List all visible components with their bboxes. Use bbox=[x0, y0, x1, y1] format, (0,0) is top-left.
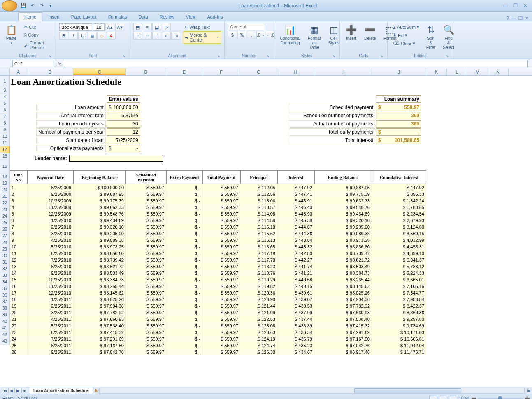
grow-font-button[interactable]: A▴ bbox=[105, 23, 114, 31]
schedule-row[interactable]: 310/25/2009$ 99,775.39$ 559.97$ -$ 559.9… bbox=[10, 197, 426, 204]
dec-decimal-button[interactable]: ←.0 bbox=[266, 31, 275, 39]
schedule-row[interactable]: 236/25/2011$ 97,415.32$ 559.97$ -$ 559.9… bbox=[10, 329, 426, 336]
schedule-row[interactable]: 1611/25/2010$ 98,265.44$ 559.97$ -$ 559.… bbox=[10, 283, 426, 290]
row-header-7[interactable]: 7 bbox=[0, 114, 10, 120]
clear-button[interactable]: ⌫ Clear ▾ bbox=[391, 39, 421, 47]
number-format-combo[interactable] bbox=[228, 23, 265, 30]
row-header-41[interactable]: 41 bbox=[0, 325, 10, 332]
row-header-33[interactable]: 33 bbox=[0, 272, 10, 279]
font-size-combo[interactable] bbox=[93, 23, 105, 31]
col-header-K[interactable]: K bbox=[426, 68, 447, 75]
row-header-20[interactable]: 20 bbox=[0, 187, 10, 193]
schedule-row[interactable]: 258/25/2011$ 97,167.50$ 559.97$ -$ 559.9… bbox=[10, 342, 426, 349]
tab-data[interactable]: Data bbox=[132, 13, 153, 21]
save-icon[interactable]: 💾 bbox=[20, 2, 27, 9]
input-value[interactable]: 12 bbox=[107, 128, 140, 136]
font-name-combo[interactable] bbox=[59, 23, 92, 31]
currency-button[interactable]: $ bbox=[228, 31, 237, 39]
col-header-I[interactable]: I bbox=[314, 68, 372, 75]
paste-button[interactable]: 📋Paste▾ bbox=[3, 23, 19, 46]
percent-button[interactable]: % bbox=[237, 31, 246, 39]
sort-filter-button[interactable]: ⇅Sort & Filter bbox=[424, 23, 438, 51]
schedule-row[interactable]: 72/25/2010$ 99,320.10$ 559.97$ -$ 559.97… bbox=[10, 224, 426, 230]
formula-input[interactable] bbox=[63, 60, 528, 67]
zoom-slider[interactable] bbox=[478, 398, 523, 399]
doc-minimize-icon[interactable]: — bbox=[511, 16, 516, 21]
align-top-button[interactable]: ⬒ bbox=[133, 23, 142, 31]
input-value[interactable]: 5.375% bbox=[107, 112, 140, 119]
input-value[interactable]: $100,000.00 bbox=[107, 104, 140, 111]
cut-button[interactable]: ✂Cut bbox=[22, 23, 52, 31]
sheet-nav-last[interactable]: ⏭ bbox=[21, 388, 28, 393]
view-pagebreak-button[interactable] bbox=[449, 396, 457, 399]
sheet-nav-first[interactable]: ⏮ bbox=[2, 388, 8, 393]
row-header-10[interactable]: 10 bbox=[0, 133, 10, 140]
wrap-text-button[interactable]: ↩Wrap Text bbox=[183, 23, 221, 31]
schedule-row[interactable]: 94/25/2010$ 99,089.38$ 559.97$ -$ 559.97… bbox=[10, 237, 426, 244]
view-normal-button[interactable] bbox=[429, 396, 437, 399]
restore-icon[interactable]: ❐ bbox=[512, 3, 519, 8]
row-header-36[interactable]: 36 bbox=[0, 292, 10, 299]
conditional-formatting-button[interactable]: 📊Conditional Formatting bbox=[277, 23, 303, 47]
row-header-24[interactable]: 24 bbox=[0, 213, 10, 220]
col-header-B[interactable]: B bbox=[27, 68, 73, 75]
input-value[interactable]: $- bbox=[107, 145, 140, 152]
col-header-N[interactable]: N bbox=[488, 68, 509, 75]
row-header-29[interactable]: 29 bbox=[0, 246, 10, 253]
autosum-button[interactable]: Σ AutoSum ▾ bbox=[391, 23, 421, 31]
border-button[interactable]: ▦ bbox=[88, 32, 97, 40]
row-header-28[interactable]: 28 bbox=[0, 239, 10, 246]
col-header-C[interactable]: C bbox=[73, 68, 126, 75]
zoom-percent[interactable]: 100% bbox=[459, 396, 469, 399]
format-painter-button[interactable]: 🖌Format Painter bbox=[22, 39, 52, 51]
schedule-row[interactable]: 83/25/2010$ 99,205.00$ 559.97$ -$ 559.97… bbox=[10, 230, 426, 237]
col-header-J[interactable]: J bbox=[372, 68, 426, 75]
schedule-row[interactable]: 1712/25/2010$ 98,145.62$ 559.97$ -$ 559.… bbox=[10, 290, 426, 296]
schedule-row[interactable]: 269/25/2011$ 97,042.76$ 559.97$ -$ 559.9… bbox=[10, 349, 426, 355]
row-header-12[interactable]: 12 bbox=[0, 146, 10, 153]
doc-restore-icon[interactable]: ❐ bbox=[518, 16, 523, 21]
tab-formulas[interactable]: Formulas bbox=[102, 13, 133, 21]
bold-button[interactable]: B bbox=[59, 32, 68, 40]
sheet-tab-active[interactable]: Loan Amortization Schedule bbox=[29, 387, 93, 394]
tab-add-ins[interactable]: Add-Ins bbox=[201, 13, 228, 21]
tab-view[interactable]: View bbox=[180, 13, 202, 21]
office-button[interactable] bbox=[2, 0, 17, 11]
copy-button[interactable]: ⎘Copy bbox=[22, 31, 52, 39]
font-color-button[interactable]: A bbox=[107, 32, 116, 40]
row-header-5[interactable]: 5 bbox=[0, 100, 10, 107]
name-box[interactable] bbox=[12, 60, 53, 67]
row-header-11[interactable]: 11 bbox=[0, 140, 10, 146]
tab-page-layout[interactable]: Page Layout bbox=[65, 13, 102, 21]
schedule-row[interactable]: 18/25/2009$ 100,000.00$ 559.97$ -$ 559.9… bbox=[10, 184, 426, 191]
row-header-40[interactable]: 40 bbox=[0, 318, 10, 325]
row-header-16[interactable]: 16 bbox=[0, 160, 10, 174]
align-center-button[interactable]: ≡ bbox=[143, 32, 152, 40]
schedule-row[interactable]: 411/25/2009$ 99,662.33$ 559.97$ -$ 559.9… bbox=[10, 204, 426, 211]
col-header-G[interactable]: G bbox=[240, 68, 277, 75]
row-header-6[interactable]: 6 bbox=[0, 107, 10, 114]
help-icon[interactable]: ? bbox=[506, 16, 509, 21]
find-select-button[interactable]: 🔍Find & Select bbox=[440, 23, 457, 51]
tab-review[interactable]: Review bbox=[154, 13, 180, 21]
input-value[interactable]: 7/25/2009 bbox=[107, 137, 140, 144]
fill-button[interactable]: ⬇ Fill ▾ bbox=[391, 31, 421, 39]
row-header-19[interactable]: 19 bbox=[0, 180, 10, 187]
format-as-table-button[interactable]: ▦Format as Table bbox=[305, 23, 323, 51]
schedule-row[interactable]: 247/25/2011$ 97,291.69$ 559.97$ -$ 559.9… bbox=[10, 336, 426, 342]
schedule-row[interactable]: 225/25/2011$ 97,538.40$ 559.97$ -$ 559.9… bbox=[10, 322, 426, 329]
row-header-21[interactable]: 21 bbox=[0, 193, 10, 200]
row-header-8[interactable]: 8 bbox=[0, 120, 10, 127]
tab-insert[interactable]: Insert bbox=[42, 13, 65, 21]
row-header-32[interactable]: 32 bbox=[0, 266, 10, 272]
col-header-D[interactable]: D bbox=[126, 68, 166, 75]
align-right-button[interactable]: ≡ bbox=[152, 32, 161, 40]
orientation-button[interactable]: ⟳ bbox=[162, 23, 171, 31]
doc-close-icon[interactable]: ✕ bbox=[525, 16, 529, 21]
row-header-13[interactable]: 13 bbox=[0, 153, 10, 160]
row-header-37[interactable]: 37 bbox=[0, 299, 10, 305]
align-middle-button[interactable]: ≡ bbox=[143, 23, 152, 31]
worksheet[interactable]: 1345678910111213161819202122232425262728… bbox=[0, 76, 532, 387]
redo-icon[interactable]: ↷ bbox=[38, 2, 45, 9]
hscroll-thumb[interactable] bbox=[354, 388, 461, 393]
